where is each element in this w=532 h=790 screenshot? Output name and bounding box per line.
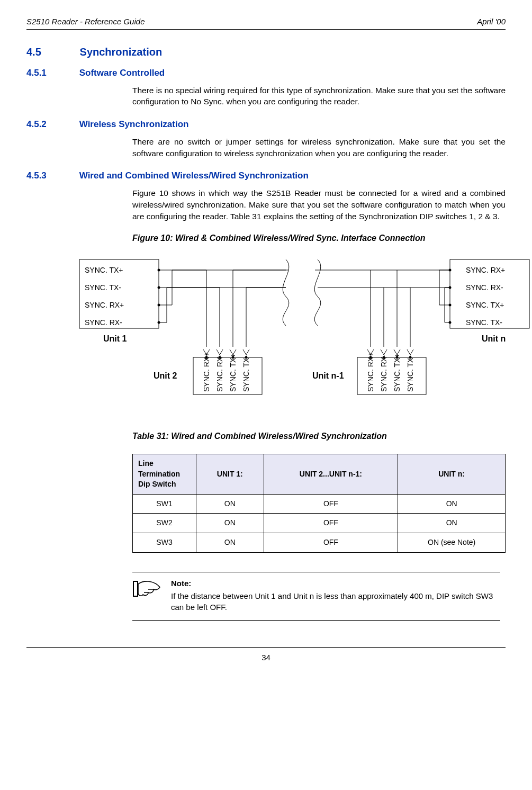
table-row: SW3 ON OFF ON (see Note) <box>133 533 506 552</box>
cell: SW1 <box>133 494 196 514</box>
unitn1-pin-tx-minus: SYNC. TX- <box>406 355 414 391</box>
section-title: Wireless Synchronization <box>79 119 189 129</box>
col-header-unit2n1: UNIT 2...UNIT n-1: <box>264 454 398 494</box>
cell: SW2 <box>133 514 196 533</box>
section-heading-4-5: 4.5 Synchronization <box>26 44 506 59</box>
section-number: 4.5 <box>26 44 77 59</box>
svg-rect-21 <box>134 582 137 596</box>
section-title: Synchronization <box>80 46 163 58</box>
unitn1-label: Unit n-1 <box>312 371 344 380</box>
unit1-label: Unit 1 <box>103 334 127 343</box>
unitn1-pin-rx-plus: SYNC. RX+ <box>366 352 375 391</box>
cell: ON (see Note) <box>398 533 506 552</box>
unit1-pin-tx-plus: SYNC. TX+ <box>85 266 123 274</box>
table-row: SW1 ON OFF ON <box>133 494 506 514</box>
unitn-pin-rx-plus: SYNC. RX+ <box>466 266 505 274</box>
pointing-hand-icon <box>132 578 161 600</box>
col-header-unitn: UNIT n: <box>398 454 506 494</box>
table-header-row: Line Termination Dip Switch UNIT 1: UNIT… <box>133 454 506 494</box>
page-number: 34 <box>262 653 270 662</box>
unit2-pin-rx-plus: SYNC. RX+ <box>202 352 211 391</box>
section-title: Wired and Combined Wireless/Wired Synchr… <box>79 170 309 181</box>
figure-caption: Figure 10: Wired & Combined Wireless/Wir… <box>132 232 506 244</box>
unit2-pin-tx-minus: SYNC. TX- <box>242 355 250 391</box>
section-body-4-5-3: Figure 10 shows in which way the S251B R… <box>132 187 506 222</box>
section-heading-4-5-3: 4.5.3 Wired and Combined Wireless/Wired … <box>26 169 506 182</box>
cell: OFF <box>264 494 398 514</box>
header-left: S2510 Reader - Reference Guide <box>26 16 145 27</box>
section-number: 4.5.2 <box>26 118 77 131</box>
page-footer: 34 <box>26 647 506 663</box>
cell: ON <box>196 514 264 533</box>
table-caption: Table 31: Wired and Combined Wireless/Wi… <box>132 430 506 442</box>
note-label: Note: <box>171 578 500 589</box>
unitn-pin-tx-minus: SYNC. TX- <box>466 318 502 327</box>
sync-dip-switch-table: Line Termination Dip Switch UNIT 1: UNIT… <box>132 454 506 553</box>
note-block: Note: If the distance between Unit 1 and… <box>132 572 500 621</box>
section-body-4-5-1: There is no special wiring required for … <box>132 85 506 107</box>
note-body: If the distance between Unit 1 and Unit … <box>171 590 500 613</box>
figure-10: .bx { fill:#fff; stroke:#000; stroke-wid… <box>74 254 484 416</box>
col-header-dip: Line Termination Dip Switch <box>133 454 196 494</box>
unit1-pin-rx-plus: SYNC. RX+ <box>85 301 124 309</box>
section-number: 4.5.3 <box>26 169 77 182</box>
cell: OFF <box>264 514 398 533</box>
unitn-label: Unit n <box>482 334 506 343</box>
section-heading-4-5-2: 4.5.2 Wireless Synchronization <box>26 118 506 131</box>
unit1-pin-rx-minus: SYNC. RX- <box>85 318 122 327</box>
unit2-label: Unit 2 <box>154 371 177 380</box>
cell: ON <box>398 494 506 514</box>
unitn1-pin-tx-plus: SYNC. TX+ <box>393 353 401 392</box>
section-body-4-5-2: There are no switch or jumper settings f… <box>132 136 506 159</box>
page-header: S2510 Reader - Reference Guide April '00 <box>26 16 506 30</box>
table-row: SW2 ON OFF ON <box>133 514 506 533</box>
section-heading-4-5-1: 4.5.1 Software Controlled <box>26 67 506 79</box>
note-text: Note: If the distance between Unit 1 and… <box>171 578 500 613</box>
cell: ON <box>196 533 264 552</box>
unitn-pin-tx-plus: SYNC. TX+ <box>466 301 504 309</box>
cell: ON <box>398 514 506 533</box>
unit2-pin-tx-plus: SYNC. TX+ <box>229 353 237 392</box>
cell: SW3 <box>133 533 196 552</box>
section-number: 4.5.1 <box>26 67 77 79</box>
section-title: Software Controlled <box>79 68 165 78</box>
col-header-unit1: UNIT 1: <box>196 454 264 494</box>
header-right: April '00 <box>477 16 506 27</box>
unitn1-pin-rx-minus: SYNC. RX- <box>380 354 388 391</box>
cell: OFF <box>264 533 398 552</box>
unitn-pin-rx-minus: SYNC. RX- <box>466 283 503 292</box>
cell: ON <box>196 494 264 514</box>
unit2-pin-rx-minus: SYNC. RX- <box>215 354 224 391</box>
sync-wiring-diagram: .bx { fill:#fff; stroke:#000; stroke-wid… <box>74 254 532 413</box>
unit1-pin-tx-minus: SYNC. TX- <box>85 283 121 292</box>
